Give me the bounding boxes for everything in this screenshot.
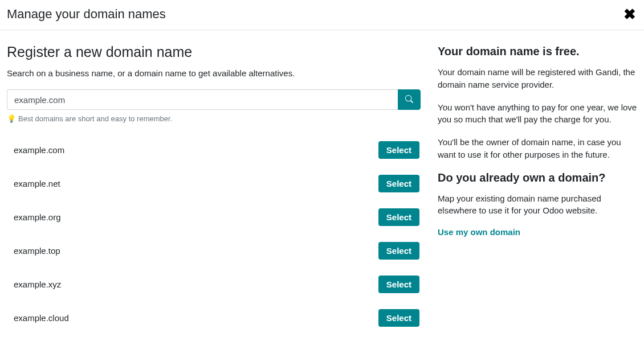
select-button[interactable]: Select	[378, 175, 419, 192]
left-column: Register a new domain name Search on a b…	[7, 44, 421, 335]
info-heading-own: Do you already own a domain?	[438, 171, 637, 184]
table-row: example.netSelect	[7, 167, 421, 200]
table-row: example.topSelect	[7, 234, 421, 268]
table-row: example.cloudSelect	[7, 301, 421, 335]
select-button[interactable]: Select	[378, 276, 419, 293]
info-paragraph: Map your existing domain name purchased …	[438, 192, 637, 217]
select-button[interactable]: Select	[378, 242, 419, 260]
domain-name-label: example.top	[14, 246, 60, 256]
domain-name-label: example.org	[14, 212, 61, 222]
modal-body: Register a new domain name Search on a b…	[0, 30, 644, 337]
hint-row: 💡 Best domains are short and easy to rem…	[7, 114, 421, 123]
use-own-domain-link[interactable]: Use my own domain	[438, 227, 637, 237]
domain-results-table: example.comSelectexample.netSelectexampl…	[7, 133, 421, 335]
table-row: example.xyzSelect	[7, 268, 421, 301]
search-row	[7, 89, 421, 110]
select-button[interactable]: Select	[378, 208, 419, 226]
lightbulb-icon: 💡	[7, 115, 16, 122]
info-paragraph: You'll be the owner of domain name, in c…	[438, 136, 637, 161]
info-heading-free: Your domain name is free.	[438, 45, 637, 58]
section-title: Register a new domain name	[7, 44, 421, 60]
modal-title: Manage your domain names	[7, 7, 166, 22]
table-row: example.comSelect	[7, 133, 421, 167]
domain-name-label: example.xyz	[14, 280, 61, 289]
domain-search-input[interactable]	[7, 89, 398, 110]
right-column: Your domain name is free. Your domain na…	[438, 44, 637, 335]
hint-text: Best domains are short and easy to remem…	[18, 114, 172, 123]
select-button[interactable]: Select	[378, 141, 419, 159]
domain-name-label: example.cloud	[14, 313, 69, 323]
domain-name-label: example.com	[14, 145, 64, 155]
select-button[interactable]: Select	[378, 309, 419, 327]
info-paragraph: You won't have anything to pay for one y…	[438, 101, 637, 126]
modal-header: Manage your domain names ✖	[0, 0, 644, 30]
search-icon	[405, 95, 413, 105]
table-row: example.orgSelect	[7, 200, 421, 234]
section-subtext: Search on a business name, or a domain n…	[7, 68, 421, 78]
info-paragraph: Your domain name will be registered with…	[438, 66, 637, 91]
domain-name-label: example.net	[14, 179, 60, 188]
close-icon[interactable]: ✖	[623, 7, 636, 22]
search-button[interactable]	[398, 89, 421, 110]
